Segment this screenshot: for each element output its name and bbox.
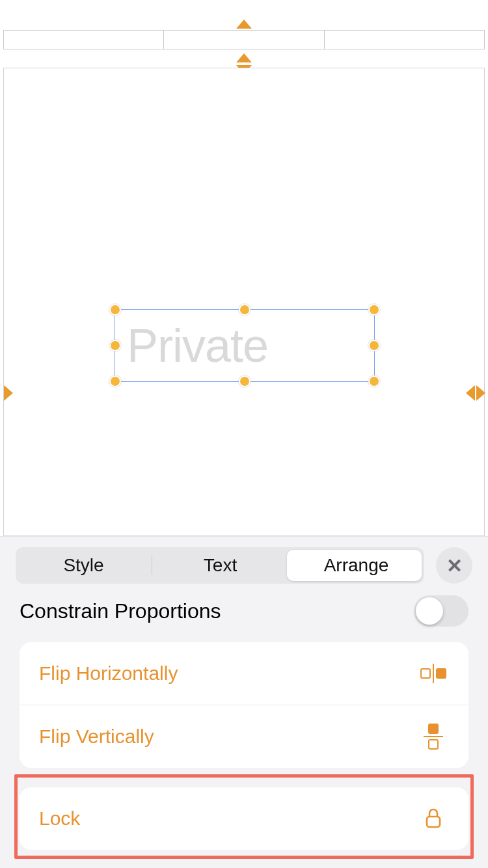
flip-horizontal-icon [418,660,449,686]
resize-handle-tl[interactable] [109,304,121,316]
lock-actions-group: Lock [20,787,468,850]
close-panel-button[interactable]: ✕ [436,547,472,584]
svg-rect-0 [427,817,440,827]
tab-style[interactable]: Style [16,555,152,576]
flip-vertically-button[interactable]: Flip Vertically [20,705,468,768]
flip-actions-group: Flip Horizontally Flip Vertically [20,642,468,768]
toggle-knob [416,597,443,625]
nav-arrow-right-icon[interactable] [4,385,13,401]
table-cell[interactable] [325,31,484,49]
lock-icon [418,806,449,832]
constrain-proportions-label: Constrain Proportions [20,599,221,623]
spreadsheet-row[interactable] [3,30,485,49]
flip-horizontally-label: Flip Horizontally [39,662,178,685]
nav-arrow-up-icon[interactable] [236,53,252,62]
nav-arrow-left-icon[interactable] [466,385,475,401]
resize-handle-tc[interactable] [239,304,251,316]
resize-handle-mr[interactable] [368,340,380,351]
tab-text[interactable]: Text [152,555,288,576]
format-tabs: Style Text Arrange [16,547,424,584]
textbox-content: Private [127,319,268,372]
nav-arrow-up-icon[interactable] [236,20,252,29]
resize-handle-tr[interactable] [368,304,380,316]
resize-handle-bl[interactable] [109,375,121,387]
resize-handle-ml[interactable] [109,340,121,351]
tab-arrange[interactable]: Arrange [288,555,424,576]
constrain-proportions-row: Constrain Proportions [0,591,488,642]
table-cell[interactable] [4,31,164,49]
lock-button[interactable]: Lock [20,787,468,850]
nav-arrow-right-icon[interactable] [476,385,485,401]
flip-vertically-label: Flip Vertically [39,726,154,748]
canvas-area[interactable]: Private [3,68,485,536]
resize-handle-bc[interactable] [239,375,251,387]
constrain-proportions-toggle[interactable] [414,595,468,627]
format-panel: Style Text Arrange ✕ Constrain Proportio… [0,536,488,868]
close-icon: ✕ [446,554,463,577]
resize-handle-br[interactable] [368,375,380,387]
table-cell[interactable] [164,31,324,49]
flip-vertical-icon [418,724,449,750]
flip-horizontally-button[interactable]: Flip Horizontally [20,642,468,705]
lock-label: Lock [39,807,80,830]
selected-textbox[interactable]: Private [115,309,375,382]
